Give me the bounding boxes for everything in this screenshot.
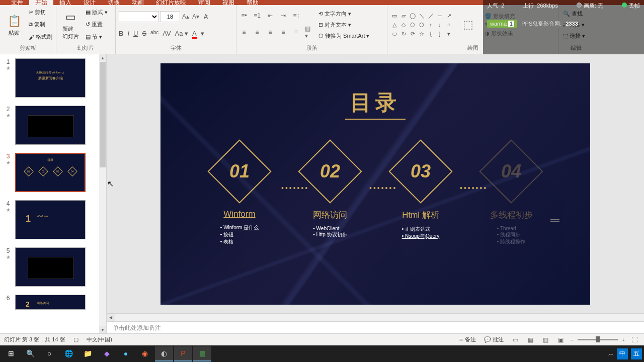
spellcheck-icon[interactable]: ▢ [73, 336, 78, 343]
slide-title[interactable]: 目录 [350, 88, 400, 117]
tab-slideshow[interactable]: 幻灯片放映 [150, 0, 192, 5]
comments-button[interactable]: 💬 批注 [482, 336, 506, 343]
tab-home[interactable]: 开始 [29, 0, 53, 5]
taskbar-app4[interactable]: ▦ [193, 346, 211, 361]
normal-view-button[interactable]: ▭ [510, 335, 521, 344]
star-icon: ★ [6, 113, 11, 118]
language-status[interactable]: 中文(中国) [87, 336, 112, 343]
bullets-button[interactable]: ≡• [239, 11, 249, 20]
zoom-in-button[interactable]: + [622, 337, 625, 343]
align-left-button[interactable]: ≡ [239, 28, 249, 37]
sorter-view-button[interactable]: ▦ [525, 335, 536, 344]
taskbar-vs[interactable]: ◆ [98, 346, 116, 361]
taskbar-app2[interactable]: ◉ [136, 346, 154, 361]
hscroll-left-button[interactable]: ◀ [107, 314, 115, 321]
zoom-slider[interactable] [578, 339, 618, 340]
thumb-5[interactable]: 5★ [0, 243, 106, 291]
strike-button[interactable]: S [142, 30, 146, 39]
clear-format-button[interactable]: A̷ [201, 12, 210, 21]
tray-chevron-icon[interactable]: ︿ [608, 350, 614, 357]
font-family-select[interactable] [119, 11, 159, 22]
start-button[interactable]: ⊞ [2, 346, 20, 361]
align-text-button[interactable]: ⊟对齐文本 ▾ [317, 21, 371, 29]
notes-pane[interactable]: 单击此处添加备注 [107, 321, 644, 333]
slideshow-view-button[interactable]: ▣ [555, 335, 566, 344]
taskbar-explorer[interactable]: 📁 [78, 346, 97, 361]
underline-button[interactable]: U [133, 30, 138, 39]
scroll-thumb[interactable] [100, 62, 106, 167]
tab-design[interactable]: 设计 [77, 0, 102, 5]
toc-item-3[interactable]: 03 Html 解析 正则表达式 Nsoup与jQuery [375, 149, 466, 240]
section-button[interactable]: ▤节 ▾ [84, 33, 109, 41]
tab-file[interactable]: 文件 [5, 0, 29, 5]
line-spacing-button[interactable]: ≡↕ [292, 11, 301, 20]
fit-button[interactable]: ⛶ [629, 335, 640, 344]
arrange-button[interactable]: ⬚ [457, 16, 479, 34]
vscroll[interactable]: ▲ ▼ [99, 54, 106, 333]
font-color-button[interactable]: A [192, 30, 197, 39]
ime-mode[interactable]: 五 [631, 348, 642, 359]
ime-lang[interactable]: 中 [617, 348, 628, 359]
grow-font-button[interactable]: A▴ [181, 12, 190, 21]
statusbar: 幻灯片 第 3 张，共 14 张 ▢ 中文(中国) ≐ 备注 💬 批注 ▭ ▦ … [0, 333, 644, 345]
copy-button[interactable]: ⧉复制 [27, 20, 54, 29]
taskbar-chrome[interactable]: 🌐 [59, 346, 77, 361]
layout-button[interactable]: ▦版式 ▾ [84, 8, 109, 17]
taskbar-app1[interactable]: ● [117, 346, 135, 361]
font-size-select[interactable] [160, 11, 180, 22]
thumb-4[interactable]: 4★ 1Winform [0, 196, 106, 243]
text-direction-button[interactable]: ⟲文字方向 ▾ [317, 10, 371, 18]
case-button[interactable]: Aa ▾ [175, 30, 189, 39]
toc-item-1[interactable]: 01 Winform Winform 是什么 按钮 表格 [194, 149, 285, 245]
hscroll[interactable]: ◀ [107, 313, 644, 321]
numbering-button[interactable]: ≡1 [253, 11, 262, 20]
smartart-button[interactable]: ⬡转换为 SmartArt ▾ [317, 32, 371, 40]
slide[interactable]: 目录 ••••••• ••••••• ••••••• 01 Winform Wi… [160, 63, 590, 305]
scroll-up-button[interactable]: ▲ [99, 54, 106, 61]
italic-button[interactable]: I [127, 30, 129, 39]
thumb-6[interactable]: 6 2网络访问 [0, 291, 106, 314]
main-area: 1★ 无基础自学写 Winform 之腾讯新闻客户端 2★ 3★ 目录 01 0… [0, 54, 644, 333]
tab-insert[interactable]: 插入 [53, 0, 77, 5]
taskbar-powerpoint[interactable]: P [174, 346, 192, 361]
thumb-2[interactable]: 2★ [0, 102, 106, 149]
toc-item-4[interactable]: 04 多线程初步 Thread 线程同步 跨线程操作 [466, 149, 556, 245]
cut-button[interactable]: ✂剪切 [27, 8, 54, 17]
align-right-button[interactable]: ≡ [266, 28, 275, 37]
format-painter-button[interactable]: 🖌格式刷 [27, 33, 54, 41]
indent-dec-button[interactable]: ⇤ [266, 11, 275, 20]
new-slide-button[interactable]: ▭ 新建 幻灯片 [59, 6, 82, 43]
group-paragraph: ≡• ≡1 ⇤ ⇥ ≡↕ ≡ ≡ ≡ ≡ ≣ ▥ ▾ ⟲文字方向 ▾ ⊟对齐文本… [236, 5, 387, 54]
paste-button[interactable]: 📋 粘贴 [3, 6, 25, 43]
tab-view[interactable]: 视图 [216, 0, 240, 5]
thumb-1[interactable]: 1★ 无基础自学写 Winform 之腾讯新闻客户端 [0, 54, 106, 102]
cortana-button[interactable]: ○ [40, 346, 58, 361]
tab-help[interactable]: 帮助 [240, 0, 265, 5]
shadow-button[interactable]: abc [150, 30, 158, 39]
tab-review[interactable]: 审阅 [192, 0, 216, 5]
tab-transition[interactable]: 切换 [102, 0, 126, 5]
spacing-button[interactable]: AV [163, 30, 171, 39]
toc-item-2[interactable]: 02 网络访问 WebClient Http 协议初步 [285, 149, 375, 238]
indent-inc-button[interactable]: ⇥ [279, 11, 288, 20]
reset-button[interactable]: ↺重置 [84, 20, 109, 29]
tab-animation[interactable]: 动画 [126, 0, 150, 5]
shapes-gallery[interactable]: ▭▱◯＼／─↗ △◇⬠⬡↑↓○ ⬭↻⟳☆{}▾ [390, 12, 453, 38]
columns-button[interactable]: ▥ ▾ [305, 28, 314, 37]
taskbar-app3[interactable]: ◐ [155, 346, 173, 361]
star-icon: ★ [6, 65, 11, 71]
justify-button[interactable]: ≡ [279, 28, 288, 37]
search-button[interactable]: 🔍 [21, 346, 39, 361]
slide-canvas[interactable]: 目录 ••••••• ••••••• ••••••• 01 Winform Wi… [107, 54, 644, 313]
distribute-button[interactable]: ≣ [292, 28, 301, 37]
notes-button[interactable]: ≐ 备注 [457, 336, 478, 343]
reading-view-button[interactable]: ▥ [540, 335, 551, 344]
group-font: A▴ A▾ A̷ B I U S abc AV Aa ▾ A ▾ 字体 [116, 5, 236, 54]
thumb-3[interactable]: 3★ 目录 01 02 03 04 [0, 149, 106, 196]
bold-button[interactable]: B [119, 30, 123, 39]
align-center-button[interactable]: ≡ [253, 28, 262, 37]
zoom-out-button[interactable]: − [570, 337, 573, 343]
scroll-down-button[interactable]: ▼ [99, 326, 106, 333]
arrange-icon: ⬚ [460, 17, 476, 33]
shrink-font-button[interactable]: A▾ [191, 12, 200, 21]
